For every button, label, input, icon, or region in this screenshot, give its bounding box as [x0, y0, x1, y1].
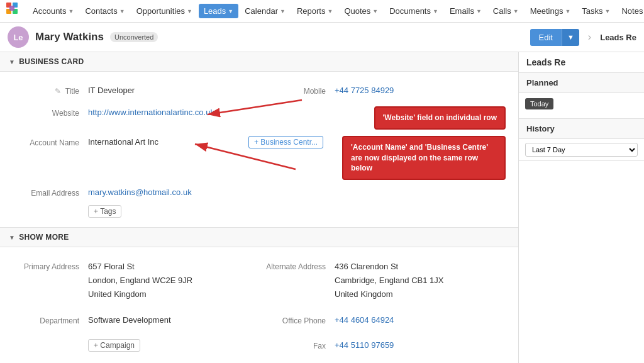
planned-header: Planned	[519, 73, 644, 93]
top-navigation: Accounts ▼ Contacts ▼ Opportunities ▼ Le…	[0, 0, 644, 23]
edit-pencil-icon: ✎	[55, 87, 61, 96]
contacts-chevron-icon: ▼	[119, 8, 125, 14]
history-filter: Last 7 Day	[519, 139, 644, 161]
business-card-fields: ✎ Title IT Developer Mobile +44 7725 849…	[0, 72, 518, 227]
primary-address-field-row: Primary Address 657 Floral St London, En…	[13, 257, 259, 304]
show-more-title: SHOW MORE	[19, 233, 69, 242]
website-label: Website	[13, 106, 88, 119]
annotation-1-area: 'Website' field on individual row	[374, 106, 506, 130]
title-col: ✎ Title IT Developer	[13, 81, 259, 100]
mobile-label: Mobile	[259, 84, 335, 97]
business-card-title: BUSINESS CARD	[19, 57, 84, 66]
dept-col: Department Software Development	[13, 311, 259, 330]
right-sidebar: Leads Re Planned Today History Last 7 Da…	[518, 52, 644, 363]
add-campaign-button[interactable]: + Campaign	[88, 339, 140, 352]
twitter-dnb-row: Twitter ID MaryWatkins D&B Principal Id …	[13, 358, 506, 363]
email-value[interactable]: mary.watkins@hotmail.co.uk	[88, 186, 506, 199]
nav-item-documents[interactable]: Documents ▼	[384, 4, 443, 18]
business-centre-button[interactable]: + Business Centr...	[248, 136, 323, 148]
alternate-address-value: 436 Clarendon St Cambridge, England CB1 …	[335, 260, 506, 301]
annotation-box-2: 'Account Name' and 'Business Centre' are…	[342, 136, 506, 180]
fax-field-row: Fax +44 5110 97659	[259, 336, 506, 355]
email-label: Email Address	[13, 186, 88, 199]
nav-item-calendar[interactable]: Calendar ▼	[240, 4, 291, 18]
show-more-fields: Primary Address 657 Floral St London, En…	[0, 247, 518, 363]
sidebar-leads-header: Leads Re	[519, 52, 644, 73]
mobile-value[interactable]: +44 7725 84929	[335, 84, 506, 97]
business-card-header[interactable]: ▼ BUSINESS CARD	[0, 52, 518, 72]
today-button[interactable]: Today	[525, 98, 553, 109]
edit-dropdown-button[interactable]: ▼	[562, 29, 579, 46]
planned-content: Today	[519, 93, 644, 118]
department-label: Department	[13, 314, 88, 327]
accounts-chevron-icon: ▼	[68, 8, 74, 14]
opportunities-chevron-icon: ▼	[187, 8, 192, 14]
documents-chevron-icon: ▼	[433, 8, 438, 14]
avatar: Le	[8, 26, 29, 48]
campaign-field-row: + Campaign	[13, 336, 259, 355]
alternate-address-field-row: Alternate Address 436 Clarendon St Cambr…	[259, 257, 506, 304]
nav-item-quotes[interactable]: Quotes ▼	[339, 4, 383, 18]
campaign-fax-row: + Campaign Fax +44 5110 97659	[13, 333, 506, 358]
nav-item-calls[interactable]: Calls ▼	[488, 4, 524, 18]
office-phone-value[interactable]: +44 4604 64924	[335, 314, 506, 327]
tags-label	[13, 205, 88, 206]
campaign-label	[13, 339, 88, 340]
leads-chevron-icon: ▼	[228, 8, 233, 14]
department-field-row: Department Software Development	[13, 311, 259, 330]
annotation-2-area: 'Account Name' and 'Business Centre' are…	[342, 136, 506, 180]
nav-item-leads[interactable]: Leads ▼	[199, 4, 238, 18]
quotes-chevron-icon: ▼	[372, 8, 378, 14]
edit-button-group: Edit ▼	[530, 29, 579, 46]
primary-address-value: 657 Floral St London, England WC2E 9JR U…	[88, 260, 259, 301]
history-header: History	[519, 119, 644, 139]
tasks-chevron-icon: ▼	[605, 8, 611, 14]
nav-item-tasks[interactable]: Tasks ▼	[577, 4, 615, 18]
status-badge: Unconverted	[110, 32, 158, 42]
nav-item-notes[interactable]: Notes ▼	[616, 4, 644, 18]
add-tags-button[interactable]: + Tags	[88, 205, 121, 218]
primary-address-label: Primary Address	[13, 260, 88, 272]
dept-phone-row: Department Software Development Office P…	[13, 308, 506, 333]
title-label: ✎ Title	[13, 84, 88, 97]
show-more-header[interactable]: ▼ SHOW MORE	[0, 228, 518, 247]
account-name-value: International Art Inc	[88, 136, 243, 148]
title-field-row: ✎ Title IT Developer	[13, 81, 259, 100]
planned-section: Planned Today	[519, 73, 644, 119]
business-card-section: ▼ BUSINESS CARD	[0, 52, 518, 228]
nav-item-opportunities[interactable]: Opportunities ▼	[131, 4, 197, 18]
nav-item-accounts[interactable]: Accounts ▼	[28, 4, 79, 18]
fax-col: Fax +44 5110 97659	[259, 336, 506, 355]
left-content: ▼ BUSINESS CARD	[0, 52, 518, 363]
show-more-chevron-icon: ▼	[9, 234, 15, 241]
alternate-address-label: Alternate Address	[259, 260, 335, 272]
sub-header: Le Mary Watkins Unconverted Edit ▼ › Lea…	[0, 23, 644, 52]
edit-button[interactable]: Edit	[530, 29, 562, 46]
email-field-row: Email Address mary.watkins@hotmail.co.uk	[13, 183, 506, 202]
app-logo	[5, 1, 23, 21]
show-more-section: ▼ SHOW MORE Primary Address 657 Floral S…	[0, 228, 518, 363]
alternate-address-col: Alternate Address 436 Clarendon St Cambr…	[259, 257, 506, 304]
address-row: Primary Address 657 Floral St London, En…	[13, 254, 506, 308]
title-mobile-row: ✎ Title IT Developer Mobile +44 7725 849…	[13, 78, 506, 103]
svg-rect-4	[9, 6, 14, 11]
main-layout: ▼ BUSINESS CARD	[0, 52, 644, 363]
nav-item-reports[interactable]: Reports ▼	[292, 4, 338, 18]
mobile-col: Mobile +44 7725 84929	[259, 81, 506, 100]
website-field-row: Website http://www.internationalartinc.c…	[13, 103, 506, 133]
campaign-col: + Campaign	[13, 336, 259, 355]
nav-item-meetings[interactable]: Meetings ▼	[525, 4, 576, 18]
nav-item-emails[interactable]: Emails ▼	[445, 4, 487, 18]
calendar-chevron-icon: ▼	[280, 8, 286, 14]
department-value: Software Development	[88, 314, 259, 327]
fax-value: +44 5110 97659	[335, 339, 506, 352]
nav-item-contacts[interactable]: Contacts ▼	[80, 4, 130, 18]
website-value[interactable]: http://www.internationalartinc.co.uk	[88, 106, 336, 119]
account-name-label: Account Name	[13, 136, 88, 148]
annotation-box-1: 'Website' field on individual row	[374, 106, 506, 130]
next-arrow-icon: ›	[588, 31, 591, 43]
tags-field-row: + Tags	[13, 202, 506, 221]
history-section: History Last 7 Day	[519, 119, 644, 363]
title-value: IT Developer	[88, 84, 259, 97]
last7-select[interactable]: Last 7 Day	[525, 143, 638, 157]
